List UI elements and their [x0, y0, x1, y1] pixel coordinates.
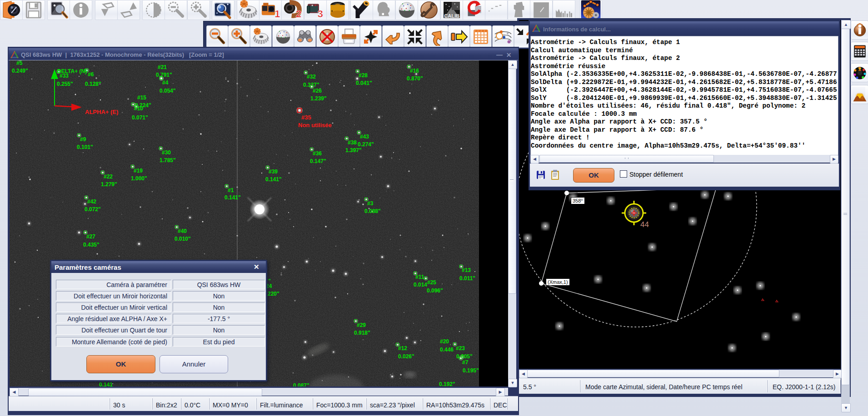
svg-text:3: 3 — [318, 8, 324, 20]
svg-text:1: 1 — [858, 65, 861, 72]
svg-text:2: 2 — [296, 8, 302, 20]
svg-text:CALIB: CALIB — [444, 13, 459, 19]
svg-text:1: 1 — [274, 8, 280, 20]
